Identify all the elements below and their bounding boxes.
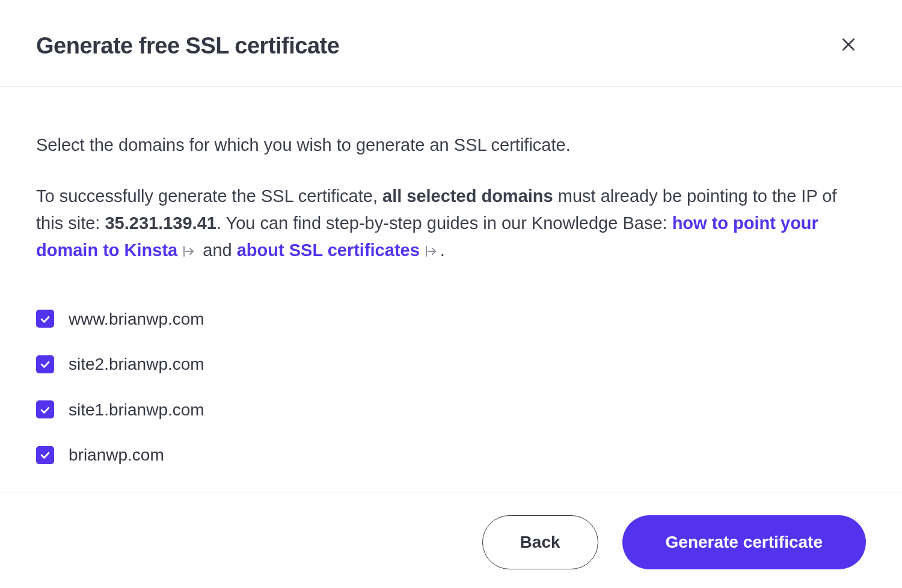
domain-item: www.brianwp.com	[36, 306, 866, 332]
check-icon	[40, 351, 51, 378]
instr2-post-ip: . You can find step-by-step guides in ou…	[216, 213, 672, 233]
domain-label: brianwp.com	[69, 442, 164, 468]
domain-checkbox[interactable]	[36, 446, 54, 464]
check-icon	[40, 441, 51, 468]
domain-item: site1.brianwp.com	[36, 397, 866, 423]
period: .	[440, 240, 445, 260]
domain-label: site2.brianwp.com	[69, 351, 204, 377]
instr2-bold: all selected domains	[382, 186, 553, 206]
modal-title: Generate free SSL certificate	[36, 33, 339, 59]
check-icon	[40, 305, 51, 332]
instruction-requirements: To successfully generate the SSL certifi…	[36, 183, 866, 264]
modal-body: Select the domains for which you wish to…	[0, 87, 902, 492]
close-icon	[839, 35, 858, 54]
domain-checkbox[interactable]	[36, 355, 54, 373]
instr2-pre: To successfully generate the SSL certifi…	[36, 186, 382, 206]
domain-label: www.brianwp.com	[69, 306, 204, 332]
check-icon	[40, 396, 51, 423]
domain-label: site1.brianwp.com	[69, 397, 204, 423]
generate-certificate-button[interactable]: Generate certificate	[622, 515, 866, 569]
instruction-select-domains: Select the domains for which you wish to…	[36, 132, 866, 159]
domain-checkbox[interactable]	[36, 310, 54, 328]
site-ip: 35.231.139.41	[105, 213, 216, 233]
back-button[interactable]: Back	[482, 515, 598, 569]
domain-list: www.brianwp.com site2.brianwp.com site1.…	[36, 306, 866, 468]
modal-header: Generate free SSL certificate	[0, 0, 902, 87]
ssl-generate-modal: Generate free SSL certificate Select the…	[0, 0, 902, 588]
external-link-icon	[181, 244, 195, 259]
domain-item: brianwp.com	[36, 442, 866, 468]
and-text: and	[198, 240, 237, 260]
external-link-icon	[423, 244, 438, 259]
modal-footer: Back Generate certificate	[0, 492, 902, 588]
close-button[interactable]	[837, 33, 860, 56]
link-about-ssl[interactable]: about SSL certificates	[237, 240, 420, 260]
domain-checkbox[interactable]	[36, 400, 54, 418]
domain-item: site2.brianwp.com	[36, 351, 866, 377]
